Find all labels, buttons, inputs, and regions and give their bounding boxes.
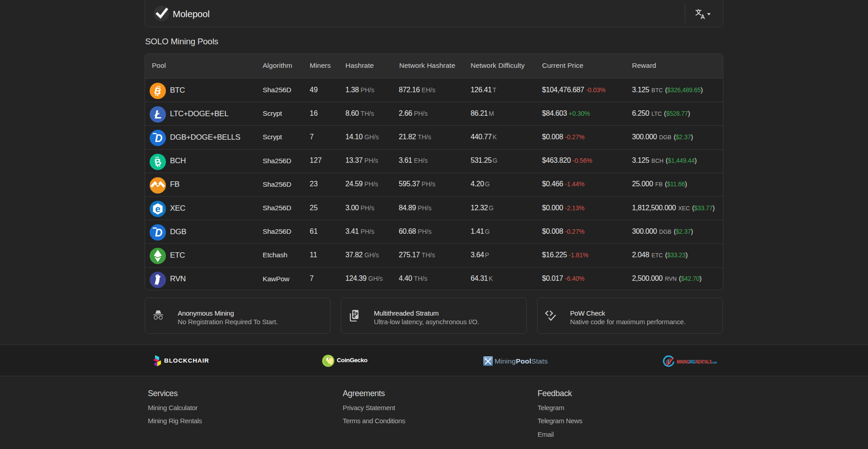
svg-text:B: B [154,156,162,167]
svg-text:B: B [153,85,162,97]
svg-text:Ł: Ł [154,108,162,121]
svg-text:e: e [155,203,160,214]
